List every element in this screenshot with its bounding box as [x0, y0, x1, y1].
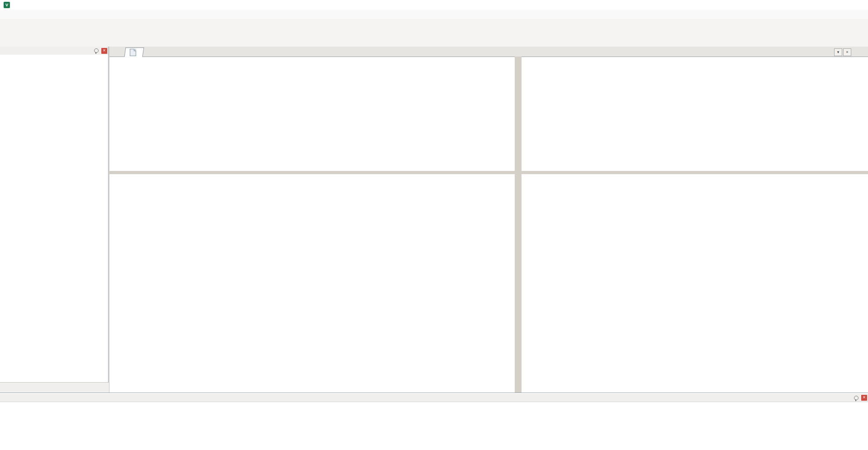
build-output-panel: × — [0, 393, 868, 450]
build-toolbar — [0, 33, 868, 47]
tab-list-dropdown-icon[interactable]: ▾ — [834, 48, 842, 56]
editor-tab-main-c[interactable] — [124, 47, 144, 57]
project-panel: × — [0, 47, 109, 393]
project-panel-header: × — [0, 47, 108, 55]
project-panel-tabs — [0, 382, 109, 393]
editor-tab-row: ▾ × — [109, 47, 868, 57]
project-tree — [0, 55, 108, 375]
editor-document: ▾ × — [109, 47, 868, 393]
title-bar: V — [0, 0, 868, 10]
file-icon — [130, 49, 136, 56]
build-output-header: × — [0, 394, 868, 402]
pin-icon[interactable] — [94, 48, 99, 53]
app-icon: V — [4, 2, 10, 8]
pin-icon[interactable] — [854, 396, 859, 400]
workspace: × ▾ × — [0, 47, 868, 393]
menu-bar — [0, 9, 868, 19]
tab-close-icon[interactable]: × — [843, 48, 851, 56]
horizontal-split-bar[interactable] — [109, 171, 868, 174]
close-icon[interactable]: × — [861, 395, 867, 401]
file-toolbar — [0, 19, 868, 33]
close-icon[interactable]: × — [101, 48, 107, 54]
build-output-log[interactable] — [1, 405, 867, 450]
vertical-split-bar[interactable] — [515, 57, 522, 393]
uvision-window: V × ▾ × — [0, 0, 868, 450]
